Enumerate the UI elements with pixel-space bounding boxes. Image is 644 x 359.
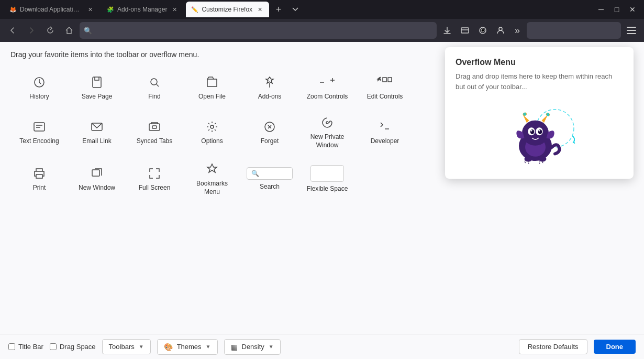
- tab-close-1[interactable]: ✕: [86, 5, 94, 14]
- toolbars-dropdown[interactable]: Toolbars ▼: [102, 339, 151, 354]
- svg-point-17: [210, 125, 214, 128]
- restore-defaults-button[interactable]: Restore Defaults: [519, 339, 587, 354]
- flexible-space-widget-preview: [310, 165, 344, 182]
- overflow-menu-title: Overflow Menu: [456, 58, 623, 67]
- svg-rect-13: [34, 123, 45, 131]
- forget-label: Forget: [261, 137, 279, 146]
- done-button[interactable]: Done: [594, 340, 636, 354]
- edit-controls-icon: [376, 75, 393, 90]
- tab-label-2: Add-ons Manager: [117, 6, 167, 13]
- toolbar-item-new-private-window[interactable]: New PrivateWindow: [298, 109, 356, 156]
- flexible-space-label: Flexible Space: [307, 185, 348, 193]
- toolbar-item-options[interactable]: Options: [183, 109, 241, 156]
- density-dropdown[interactable]: ▦ Density ▼: [224, 339, 281, 355]
- toolbars-chevron-icon: ▼: [139, 344, 144, 350]
- themes-chevron-icon: ▼: [206, 344, 211, 350]
- toolbar-item-bookmarks-menu[interactable]: BookmarksMenu: [183, 156, 241, 202]
- synced-tabs-label: Synced Tabs: [137, 137, 173, 146]
- svg-point-25: [522, 121, 549, 146]
- back-button[interactable]: [4, 22, 21, 39]
- developer-icon: [379, 119, 391, 134]
- title-bar-checkbox-label[interactable]: Title Bar: [8, 343, 43, 351]
- tab-download-applications[interactable]: 🦊 Download Applications for An... ✕: [4, 2, 99, 17]
- svg-point-36: [525, 156, 532, 162]
- toolbar-item-open-file[interactable]: Open File: [183, 67, 241, 109]
- menu-button[interactable]: [623, 22, 640, 39]
- synced-tabs-icon: [148, 119, 161, 134]
- tab-label-1: Download Applications for An...: [20, 6, 83, 13]
- home-button[interactable]: [61, 22, 77, 39]
- window-controls: ─ □ ✕: [594, 2, 640, 17]
- container-button[interactable]: [474, 22, 491, 39]
- open-file-icon: [206, 75, 218, 90]
- print-icon: [33, 166, 46, 181]
- address-bar[interactable]: 🔍: [80, 22, 437, 39]
- tab-icon-3: ✏️: [191, 6, 198, 13]
- print-label: Print: [33, 184, 46, 192]
- drag-space-checkbox[interactable]: [50, 343, 57, 350]
- save-page-icon: [91, 75, 103, 90]
- addons-label: Add-ons: [258, 93, 282, 101]
- svg-rect-5: [93, 77, 101, 88]
- forget-icon: [263, 119, 276, 134]
- tab-close-3[interactable]: ✕: [256, 5, 264, 14]
- svg-rect-11: [383, 78, 386, 82]
- svg-point-34: [523, 113, 526, 116]
- toolbar-item-zoom-controls[interactable]: Zoom Controls: [298, 67, 356, 109]
- search-bar-right[interactable]: [527, 22, 621, 39]
- density-label: Density: [242, 343, 264, 351]
- new-tab-button[interactable]: +: [271, 2, 286, 17]
- tab-list-button[interactable]: [288, 2, 303, 17]
- search-input-right[interactable]: [531, 27, 619, 35]
- tab-addons-manager[interactable]: 🧩 Add-ons Manager ✕: [102, 2, 184, 17]
- toolbar-item-find[interactable]: Find: [126, 67, 183, 109]
- profile-button[interactable]: [492, 22, 509, 39]
- toolbar-item-print[interactable]: Print: [10, 156, 68, 202]
- density-chevron-icon: ▼: [269, 344, 274, 350]
- close-window-button[interactable]: ✕: [625, 2, 640, 17]
- toolbar-item-developer[interactable]: Developer: [356, 109, 414, 156]
- reload-button[interactable]: [42, 22, 59, 39]
- toolbar-item-search[interactable]: 🔍 Search: [241, 156, 298, 202]
- drag-space-checkbox-label[interactable]: Drag Space: [50, 343, 96, 351]
- themes-dropdown[interactable]: 🎨 Themes ▼: [157, 339, 218, 355]
- reload-icon: [46, 26, 54, 35]
- toolbar-item-full-screen[interactable]: Full Screen: [126, 156, 183, 202]
- email-link-label: Email Link: [82, 137, 111, 146]
- options-icon: [206, 119, 218, 134]
- main-content: Drag your favorite items into the toolba…: [0, 42, 644, 334]
- overflow-button[interactable]: »: [510, 23, 525, 38]
- developer-label: Developer: [371, 137, 399, 146]
- toolbar-item-flexible-space[interactable]: Flexible Space: [298, 156, 356, 202]
- text-encoding-icon: [33, 119, 46, 134]
- forward-button[interactable]: [23, 22, 40, 39]
- toolbar-item-save-page[interactable]: Save Page: [68, 67, 126, 109]
- toolbar-item-new-window[interactable]: New Window: [68, 156, 126, 202]
- synced-tabs-button[interactable]: [457, 22, 473, 39]
- hamburger-icon: [627, 27, 636, 34]
- toolbar-item-addons[interactable]: Add-ons: [241, 67, 298, 109]
- toolbar-item-email-link[interactable]: Email Link: [68, 109, 126, 156]
- title-bar: 🦊 Download Applications for An... ✕ 🧩 Ad…: [0, 0, 644, 19]
- svg-point-6: [151, 79, 157, 85]
- svg-rect-16: [152, 126, 157, 128]
- downloads-button[interactable]: [439, 22, 456, 39]
- address-input[interactable]: [95, 27, 432, 35]
- full-screen-label: Full Screen: [139, 184, 171, 192]
- tab-close-2[interactable]: ✕: [170, 5, 179, 14]
- toolbar-item-synced-tabs[interactable]: Synced Tabs: [126, 109, 183, 156]
- tab-customize-firefox[interactable]: ✏️ Customize Firefox ✕: [186, 2, 269, 17]
- find-label: Find: [148, 93, 160, 101]
- svg-point-35: [547, 113, 550, 116]
- toolbar-item-edit-controls[interactable]: Edit Controls: [356, 67, 414, 109]
- toolbar-item-text-encoding[interactable]: Text Encoding: [10, 109, 68, 156]
- profile-icon: [496, 26, 505, 35]
- svg-point-2: [481, 29, 484, 32]
- find-icon: [148, 75, 161, 90]
- toolbar-item-history[interactable]: History: [10, 67, 68, 109]
- bookmarks-menu-label: BookmarksMenu: [196, 180, 228, 196]
- title-bar-checkbox[interactable]: [8, 343, 15, 350]
- toolbar-item-forget[interactable]: Forget: [241, 109, 298, 156]
- maximize-button[interactable]: □: [609, 2, 624, 17]
- minimize-button[interactable]: ─: [594, 2, 608, 17]
